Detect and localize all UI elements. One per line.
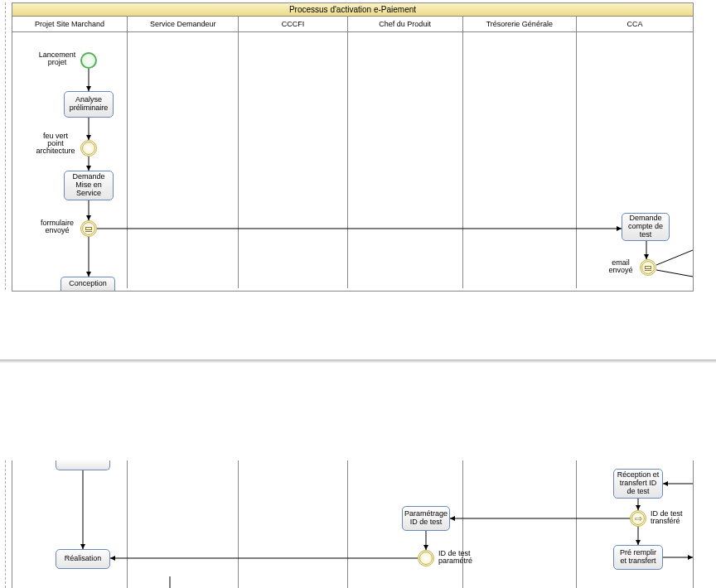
pool-bottom: Réalisation Paramétrage ID de test ID de… <box>12 460 694 588</box>
event-id-parametre-label: ID de test paramétré <box>438 550 475 565</box>
event-formulaire-label: formulaire envoyé <box>37 219 77 234</box>
lane-title-5: Trésorerie Générale <box>463 17 576 32</box>
event-feu-vert <box>80 140 97 157</box>
pool-title: Processus d'activation e-Paiement <box>12 3 693 17</box>
start-event <box>80 52 97 69</box>
pool-top: Processus d'activation e-Paiement Projet… <box>12 2 694 292</box>
task-demande-compte: Demande compte de test <box>622 213 670 241</box>
dashed-margin-top <box>5 2 6 290</box>
event-email-label: email envoyé <box>604 259 637 274</box>
task-realisation: Réalisation <box>56 549 110 569</box>
lane-title-3: CCCFI <box>239 17 346 32</box>
task-conception-partial: Conception <box>60 277 115 291</box>
event-feu-vert-label: feu vert point architecture <box>34 133 77 155</box>
event-id-parametre <box>418 550 434 566</box>
task-param-id: Paramétrage ID de test <box>402 506 450 531</box>
task-demande-mes: Demande Mise en Service <box>64 171 114 200</box>
lane-title-6: CCA <box>577 17 693 32</box>
task-reception-id: Réception et transfert ID de test <box>613 469 663 499</box>
event-email <box>640 259 656 276</box>
page-gap <box>0 359 716 363</box>
dashed-margin-bottom <box>5 460 6 588</box>
event-id-transfere <box>630 510 646 527</box>
event-id-transfere-label: ID de test transféré <box>651 510 690 525</box>
task-blank-cut <box>56 460 110 470</box>
lane-title-2: Service Demandeur <box>128 17 238 32</box>
start-event-label: Lancement projet <box>37 51 77 66</box>
lane-title-4: Chef du Produit <box>348 17 462 32</box>
event-formulaire <box>80 220 97 237</box>
lane-title-1: Projet Site Marchand <box>12 17 127 32</box>
task-analyse: Analyse préliminaire <box>64 91 114 118</box>
task-pre-remplir: Pré remplir et transfert <box>613 545 663 570</box>
